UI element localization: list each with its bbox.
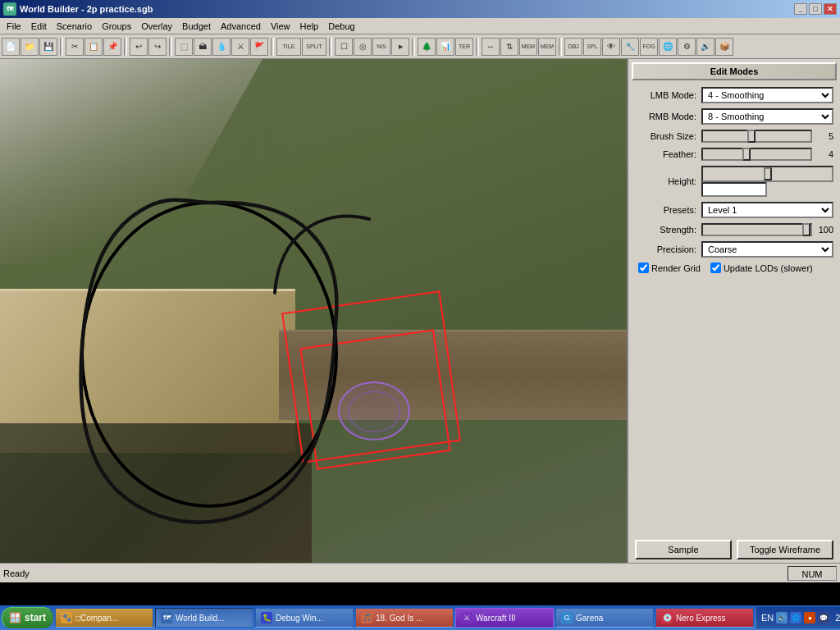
tb-spl[interactable]: SPL (583, 38, 601, 56)
tb-b7[interactable]: TER (455, 38, 473, 56)
tb-b14[interactable]: 🔊 (696, 38, 714, 56)
strength-label: Strength: (635, 225, 696, 235)
tb-b11[interactable]: 🔧 (621, 38, 639, 56)
toolbar: 📄 📁 💾 ✂ 📋 📌 ↩ ↪ ⬚ 🏔 💧 ⚔ 🚩 TILE SPLIT ☐ ◎… (0, 34, 840, 59)
nero-label: Nero Express (676, 614, 726, 623)
tb-terrain[interactable]: 🏔 (194, 38, 212, 56)
strength-row: Strength: 100 (635, 223, 833, 236)
close-button[interactable]: ✕ (824, 3, 837, 15)
tb-b12[interactable]: 🌐 (659, 38, 677, 56)
feather-slider[interactable] (701, 148, 812, 161)
menu-budget[interactable]: Budget (177, 20, 216, 33)
precision-select[interactable]: Coarse Medium Fine (701, 241, 833, 258)
nero-icon: 💿 (661, 612, 673, 623)
tb-split[interactable]: SPLIT (302, 38, 326, 56)
debug-icon: 🐛 (261, 612, 272, 623)
menubar: File Edit Scenario Groups Overlay Budget… (0, 18, 840, 34)
tb-tile[interactable]: TILE (276, 38, 301, 56)
tb-b3[interactable]: NIS (372, 38, 390, 56)
tb-b15[interactable]: 📦 (715, 38, 733, 56)
lmb-mode-select[interactable]: 1 - Raise/Lower 2 - Plateau 3 - Noise 4 … (701, 87, 833, 103)
sample-button[interactable]: Sample (635, 540, 732, 559)
tb-select[interactable]: ⬚ (175, 38, 193, 56)
rmb-mode-row: RMB Mode: 1 - Raise/Lower 2 - Plateau 3 … (635, 108, 833, 125)
tb-sep8 (559, 38, 562, 56)
taskbar-item-nero[interactable]: 💿 Nero Express (655, 608, 754, 628)
app-icon: 🗺 (3, 2, 16, 16)
tb-unit[interactable]: ⚔ (231, 38, 249, 56)
render-grid-label: Render Grid (651, 263, 701, 273)
taskbar-item-18-god[interactable]: 🎵 18. God Is ... (355, 608, 454, 628)
taskbar-item-worldbuilder[interactable]: 🗺 World Build... (155, 608, 253, 628)
menu-advanced[interactable]: Advanced (216, 20, 266, 33)
brush-size-slider[interactable] (701, 130, 812, 143)
update-lods-label: Update LODs (slower) (724, 263, 813, 273)
rmb-mode-select[interactable]: 1 - Raise/Lower 2 - Plateau 3 - Noise 8 … (701, 108, 833, 125)
tb-paste[interactable]: 📌 (103, 38, 121, 56)
presets-row: Presets: Level 1 Level 2 Level 3 (635, 202, 833, 218)
clock-display: 22:56 (832, 613, 840, 623)
tb-mem1[interactable]: MEM (519, 38, 537, 56)
tb-b2[interactable]: ◎ (354, 38, 372, 56)
menu-overlay[interactable]: Overlay (136, 20, 177, 33)
start-icon: 🪟 (9, 612, 21, 623)
taskbar-item-debug[interactable]: 🐛 Debug Win... (255, 608, 354, 628)
taskbar-item-garena[interactable]: G Garena (555, 608, 654, 628)
tb-b5[interactable]: 🌲 (418, 38, 436, 56)
tb-b1[interactable]: ☐ (335, 38, 353, 56)
tb-fog[interactable]: FOG (640, 38, 658, 56)
strength-slider[interactable] (701, 223, 812, 236)
edit-modes-panel: Edit Modes LMB Mode: 1 - Raise/Lower 2 -… (627, 59, 840, 563)
tb-b9[interactable]: ⇅ (500, 38, 518, 56)
tray-icon-3: ● (804, 612, 815, 623)
companion-icon: 🐾 (61, 612, 72, 623)
tb-sep3 (169, 38, 172, 56)
menu-groups[interactable]: Groups (97, 20, 136, 33)
strength-value: 100 (815, 225, 833, 235)
viewport-3d[interactable] (0, 59, 627, 563)
tb-cut[interactable]: ✂ (66, 38, 84, 56)
menu-debug[interactable]: Debug (323, 20, 359, 33)
presets-select[interactable]: Level 1 Level 2 Level 3 (701, 202, 833, 218)
tb-mem2[interactable]: MEM (538, 38, 556, 56)
maximize-button[interactable]: □ (809, 3, 822, 15)
start-label: start (25, 612, 46, 623)
strength-slider-container: 100 (701, 223, 833, 236)
tray-icon-2: 🌐 (790, 612, 801, 623)
tb-b10[interactable]: 👁 (602, 38, 620, 56)
update-lods-checkbox[interactable] (710, 262, 721, 273)
start-button[interactable]: 🪟 start (2, 607, 53, 628)
menu-view[interactable]: View (266, 20, 295, 33)
taskbar-item-companion[interactable]: 🐾 □Compan... (55, 608, 153, 628)
minimize-button[interactable]: _ (794, 3, 807, 15)
height-slider[interactable] (701, 166, 833, 182)
toggle-wireframe-button[interactable]: Toggle Wireframe (737, 540, 833, 559)
taskbar-item-warcraft[interactable]: ⚔ Warcraft III (455, 608, 554, 628)
window-title: World Builder - 2p practice.sgb (20, 4, 794, 14)
tb-obj[interactable]: OBJ (564, 38, 582, 56)
menu-file[interactable]: File (2, 20, 26, 33)
menu-help[interactable]: Help (295, 20, 324, 33)
tb-b8[interactable]: ↔ (482, 38, 500, 56)
tray-icon-4: 💬 (818, 612, 829, 623)
titlebar: 🗺 World Builder - 2p practice.sgb _ □ ✕ (0, 0, 840, 18)
tb-b4[interactable]: ▶ (391, 38, 409, 56)
render-grid-checkbox[interactable] (638, 262, 649, 273)
tb-new[interactable]: 📄 (2, 38, 20, 56)
tb-flag[interactable]: 🚩 (250, 38, 268, 56)
render-grid-item: Render Grid (638, 262, 701, 273)
tb-b13[interactable]: ⚙ (678, 38, 696, 56)
tb-water[interactable]: 💧 (212, 38, 231, 56)
height-input[interactable]: 10.000 (701, 182, 767, 197)
tb-b6[interactable]: 📊 (436, 38, 454, 56)
menu-edit[interactable]: Edit (26, 20, 52, 33)
taskbar-right: EN 🔊 🌐 ● 💬 22:56 (756, 607, 840, 628)
garena-label: Garena (576, 614, 603, 623)
tb-save[interactable]: 💾 (39, 38, 57, 56)
tb-undo[interactable]: ↩ (130, 38, 148, 56)
menu-scenario[interactable]: Scenario (52, 20, 97, 33)
tb-copy[interactable]: 📋 (84, 38, 103, 56)
tb-sep1 (60, 38, 63, 56)
tb-redo[interactable]: ↪ (148, 38, 167, 56)
tb-open[interactable]: 📁 (21, 38, 39, 56)
